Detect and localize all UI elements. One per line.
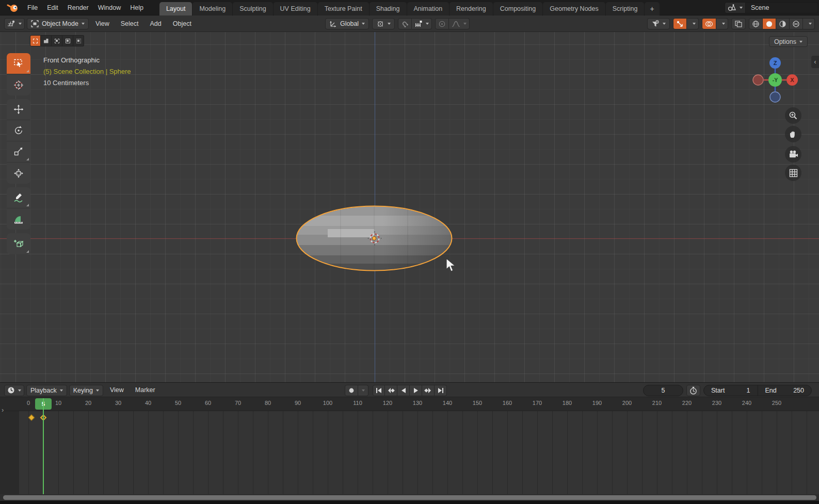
- menu-add[interactable]: Add: [146, 15, 166, 32]
- shading-material-button[interactable]: [776, 18, 790, 29]
- menu-object[interactable]: Object: [168, 15, 196, 32]
- autokey-dropdown[interactable]: [358, 385, 368, 396]
- end-frame-field[interactable]: End 250: [758, 387, 812, 394]
- viewport-3d[interactable]: Options Front Orthographic (5) Scene Col…: [0, 32, 819, 382]
- tab-scripting[interactable]: Scripting: [606, 2, 645, 15]
- pan-button[interactable]: [785, 126, 801, 142]
- use-preview-range-toggle[interactable]: [686, 385, 700, 396]
- shading-solid-button[interactable]: [763, 18, 776, 29]
- tab-rendering[interactable]: Rendering: [449, 2, 493, 15]
- timeline-ruler[interactable]: 5 01020304050607080901001101201301401501…: [0, 397, 819, 411]
- keying-dropdown[interactable]: Keying: [69, 385, 103, 396]
- tool-select-box[interactable]: [7, 53, 30, 74]
- select-mode-subtract[interactable]: [52, 35, 62, 46]
- snap-toggle-button[interactable]: [398, 18, 412, 29]
- tool-transform[interactable]: [7, 162, 30, 184]
- play-reverse-button[interactable]: [397, 385, 410, 396]
- scene-browse-button[interactable]: [725, 2, 746, 13]
- show-gizmos-toggle[interactable]: [673, 18, 687, 29]
- show-overlays-toggle[interactable]: [702, 18, 716, 29]
- channel-expand-arrow[interactable]: ›: [2, 406, 4, 414]
- tool-rotate[interactable]: [7, 120, 30, 141]
- scrollbar-thumb[interactable]: [3, 495, 816, 500]
- select-mode-intersect[interactable]: [73, 35, 84, 46]
- tab-uv-editing[interactable]: UV Editing: [274, 2, 317, 15]
- menu-select[interactable]: Select: [116, 15, 143, 32]
- tab-sculpting[interactable]: Sculpting: [233, 2, 272, 15]
- subtool-indicator: [26, 250, 29, 253]
- proportional-falloff-dropdown[interactable]: [449, 18, 470, 29]
- jump-to-end-button[interactable]: [435, 385, 447, 396]
- editor-type-button[interactable]: [4, 18, 25, 29]
- menu-timeline-view[interactable]: View: [105, 383, 129, 398]
- menu-render[interactable]: Render: [63, 0, 93, 15]
- auto-keyframe-toggle[interactable]: [345, 385, 358, 396]
- menu-edit[interactable]: Edit: [42, 0, 63, 15]
- xray-toggle[interactable]: [731, 18, 746, 29]
- playback-dropdown[interactable]: Playback: [26, 385, 67, 396]
- chevron-down-icon: [96, 389, 99, 392]
- viewport-overlay-text: Front Orthographic (5) Scene Collection …: [43, 55, 131, 89]
- timeline-tracks[interactable]: ›: [0, 411, 819, 494]
- tab-layout[interactable]: Layout: [159, 2, 192, 15]
- pivot-point-dropdown[interactable]: [372, 18, 395, 29]
- gizmos-dropdown[interactable]: [687, 18, 699, 29]
- playhead-line[interactable]: [43, 398, 44, 494]
- play-button[interactable]: [410, 385, 422, 396]
- chevron-down-icon: [426, 23, 429, 25]
- jump-start-icon: [375, 387, 382, 394]
- sidebar-toggle[interactable]: ‹: [811, 56, 819, 68]
- add-workspace-button[interactable]: +: [645, 2, 659, 15]
- shading-dropdown[interactable]: [803, 18, 815, 29]
- keyframe-frame-1[interactable]: [28, 414, 35, 421]
- tool-measure[interactable]: [7, 208, 30, 230]
- prev-keyframe-button[interactable]: [385, 385, 397, 396]
- blender-logo-icon[interactable]: [6, 3, 20, 12]
- menu-window[interactable]: Window: [93, 0, 125, 15]
- gizmo-axis-z-negative[interactable]: [770, 92, 780, 102]
- jump-to-start-button[interactable]: [373, 385, 385, 396]
- timeline-editor-type-button[interactable]: [4, 385, 24, 396]
- select-mode-extend[interactable]: [41, 35, 52, 46]
- shading-wireframe-button[interactable]: [749, 18, 763, 29]
- snap-with-dropdown[interactable]: [412, 18, 432, 29]
- camera-view-button[interactable]: [785, 146, 801, 162]
- toggle-view-button[interactable]: [785, 165, 801, 181]
- object-visibility-dropdown[interactable]: [647, 18, 670, 29]
- tool-cursor[interactable]: [7, 74, 30, 95]
- proportional-editing-toggle[interactable]: [435, 18, 449, 29]
- start-frame-field[interactable]: Start 1: [704, 387, 758, 394]
- tab-shading[interactable]: Shading: [370, 2, 407, 15]
- tool-move[interactable]: [7, 99, 30, 120]
- gizmo-axis-x-negative[interactable]: [753, 75, 763, 85]
- menu-file[interactable]: File: [23, 0, 42, 15]
- select-mode-set[interactable]: [30, 35, 41, 46]
- tab-texture-paint[interactable]: Texture Paint: [318, 2, 369, 15]
- overlays-icon: [705, 20, 713, 28]
- shading-rendered-button[interactable]: [790, 18, 803, 29]
- next-keyframe-button[interactable]: [422, 385, 435, 396]
- tab-compositing[interactable]: Compositing: [493, 2, 542, 15]
- zoom-button[interactable]: [785, 107, 801, 124]
- overlays-dropdown[interactable]: [716, 18, 728, 29]
- options-dropdown[interactable]: Options: [769, 36, 808, 47]
- options-label: Options: [774, 38, 796, 45]
- tool-scale[interactable]: [7, 141, 30, 162]
- menu-help[interactable]: Help: [125, 0, 148, 15]
- mode-dropdown[interactable]: Object Mode: [27, 18, 89, 29]
- current-frame-field[interactable]: 5: [643, 385, 683, 396]
- active-collection-text: (5) Scene Collection | Sphere: [43, 66, 131, 77]
- tool-annotate[interactable]: [7, 187, 30, 208]
- tab-modeling[interactable]: Modeling: [192, 2, 232, 15]
- navigation-gizmo[interactable]: Z X -Y: [747, 52, 804, 108]
- tab-geometry-nodes[interactable]: Geometry Nodes: [543, 2, 605, 15]
- tool-add-cube[interactable]: [7, 233, 30, 254]
- select-mode-invert[interactable]: [62, 35, 73, 46]
- pivot-point-icon: [376, 20, 384, 28]
- tab-animation[interactable]: Animation: [407, 2, 449, 15]
- menu-timeline-marker[interactable]: Marker: [131, 383, 160, 398]
- transform-orientation-dropdown[interactable]: Global: [325, 18, 369, 29]
- play-icon: [413, 387, 419, 394]
- scene-name-field[interactable]: Scene: [746, 2, 818, 13]
- menu-view[interactable]: View: [91, 15, 114, 32]
